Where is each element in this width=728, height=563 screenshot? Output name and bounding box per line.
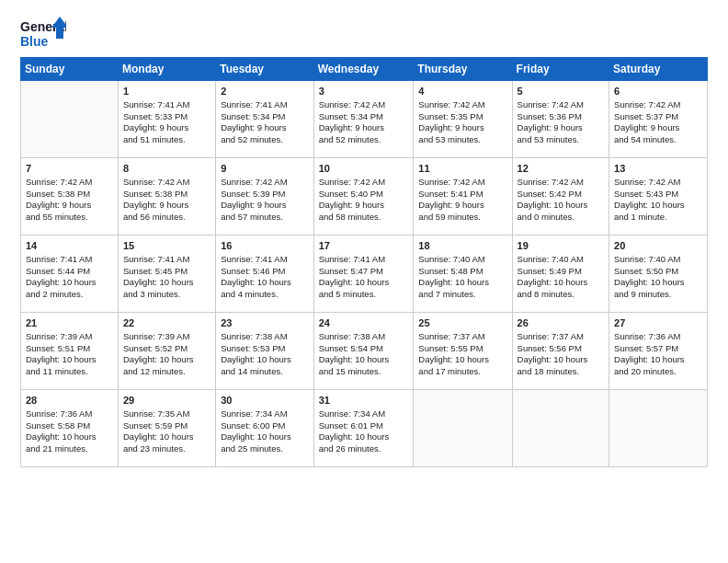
day-number: 28 bbox=[26, 394, 113, 408]
day-info-line: Daylight: 9 hours bbox=[319, 122, 409, 134]
day-number: 13 bbox=[614, 162, 702, 176]
day-info-line: and 21 minutes. bbox=[26, 443, 113, 455]
day-number: 12 bbox=[518, 162, 604, 176]
day-info-line: Daylight: 9 hours bbox=[123, 200, 210, 212]
day-info-line: Daylight: 9 hours bbox=[418, 122, 506, 134]
day-info-line: Daylight: 9 hours bbox=[123, 122, 210, 134]
day-info-line: and 56 minutes. bbox=[123, 212, 210, 224]
day-info-line: Sunset: 5:33 PM bbox=[123, 111, 210, 123]
calendar-week-row: 28Sunrise: 7:36 AMSunset: 5:58 PMDayligh… bbox=[21, 390, 708, 467]
day-number: 5 bbox=[518, 85, 604, 98]
calendar-cell: 10Sunrise: 7:42 AMSunset: 5:40 PMDayligh… bbox=[313, 158, 414, 236]
calendar-cell: 9Sunrise: 7:42 AMSunset: 5:39 PMDaylight… bbox=[216, 158, 314, 236]
day-info-line: Sunrise: 7:42 AM bbox=[221, 177, 309, 189]
day-info-line: Daylight: 10 hours bbox=[614, 354, 702, 366]
calendar-week-row: 14Sunrise: 7:41 AMSunset: 5:44 PMDayligh… bbox=[21, 236, 708, 313]
day-info-line: and 9 minutes. bbox=[614, 289, 702, 301]
day-info-line: Sunset: 5:37 PM bbox=[614, 111, 702, 123]
day-number: 14 bbox=[26, 239, 113, 253]
day-info-line: Sunset: 5:49 PM bbox=[518, 266, 604, 278]
day-info-line: Daylight: 9 hours bbox=[221, 200, 309, 212]
day-info-line: Sunrise: 7:39 AM bbox=[123, 331, 210, 343]
day-info-line: Sunrise: 7:38 AM bbox=[319, 331, 409, 343]
calendar-cell: 8Sunrise: 7:42 AMSunset: 5:38 PMDaylight… bbox=[118, 158, 215, 236]
day-info-line: Daylight: 10 hours bbox=[26, 431, 113, 443]
day-number: 3 bbox=[319, 85, 409, 98]
day-number: 1 bbox=[123, 85, 210, 98]
day-info-line: Sunset: 5:41 PM bbox=[418, 189, 506, 201]
day-info-line: Sunset: 5:44 PM bbox=[26, 266, 113, 278]
calendar-cell: 19Sunrise: 7:40 AMSunset: 5:49 PMDayligh… bbox=[512, 236, 609, 313]
day-info-line: Daylight: 10 hours bbox=[614, 277, 702, 289]
day-info-line: Sunrise: 7:34 AM bbox=[319, 408, 409, 420]
day-info-line: Daylight: 10 hours bbox=[319, 354, 409, 366]
day-info-line: Sunrise: 7:42 AM bbox=[518, 99, 604, 111]
day-info-line: Daylight: 10 hours bbox=[319, 431, 409, 443]
day-info-line: Daylight: 10 hours bbox=[319, 277, 409, 289]
calendar-cell: 16Sunrise: 7:41 AMSunset: 5:46 PMDayligh… bbox=[216, 236, 314, 313]
svg-text:Blue: Blue bbox=[20, 34, 49, 49]
day-number: 30 bbox=[221, 394, 309, 408]
calendar-cell: 5Sunrise: 7:42 AMSunset: 5:36 PMDaylight… bbox=[512, 81, 609, 158]
day-info-line: Sunset: 5:46 PM bbox=[221, 266, 309, 278]
day-info-line: and 8 minutes. bbox=[518, 289, 604, 301]
day-info-line: Sunset: 5:59 PM bbox=[123, 420, 210, 432]
day-info-line: and 11 minutes. bbox=[26, 366, 113, 378]
day-info-line: Sunset: 5:48 PM bbox=[418, 266, 506, 278]
day-number: 16 bbox=[221, 239, 309, 253]
logo: General Blue bbox=[20, 17, 66, 50]
day-number: 24 bbox=[319, 316, 409, 330]
day-info-line: and 3 minutes. bbox=[123, 289, 210, 301]
day-info-line: and 0 minutes. bbox=[518, 212, 604, 224]
day-number: 18 bbox=[418, 239, 506, 253]
day-info-line: Sunrise: 7:41 AM bbox=[221, 99, 309, 111]
day-info-line: Sunrise: 7:42 AM bbox=[26, 177, 113, 189]
day-info-line: Sunrise: 7:42 AM bbox=[614, 99, 702, 111]
calendar-cell: 20Sunrise: 7:40 AMSunset: 5:50 PMDayligh… bbox=[609, 236, 708, 313]
day-info-line: Sunset: 5:52 PM bbox=[123, 343, 210, 355]
calendar-cell: 17Sunrise: 7:41 AMSunset: 5:47 PMDayligh… bbox=[313, 236, 414, 313]
weekday-header: Monday bbox=[118, 58, 215, 81]
day-number: 7 bbox=[26, 162, 113, 176]
calendar-cell bbox=[512, 390, 609, 467]
day-info-line: Sunset: 5:36 PM bbox=[518, 111, 604, 123]
day-info-line: and 53 minutes. bbox=[418, 134, 506, 146]
day-info-line: Sunset: 5:34 PM bbox=[221, 111, 309, 123]
header-row: SundayMondayTuesdayWednesdayThursdayFrid… bbox=[21, 58, 708, 81]
day-info-line: Sunset: 5:57 PM bbox=[614, 343, 702, 355]
day-info-line: and 20 minutes. bbox=[614, 366, 702, 378]
logo-svg: General Blue bbox=[20, 17, 66, 50]
calendar-body: 1Sunrise: 7:41 AMSunset: 5:33 PMDaylight… bbox=[21, 81, 708, 467]
day-info-line: Daylight: 9 hours bbox=[418, 200, 506, 212]
day-info-line: Daylight: 10 hours bbox=[123, 354, 210, 366]
day-info-line: Sunrise: 7:42 AM bbox=[123, 177, 210, 189]
day-info-line: Sunset: 5:40 PM bbox=[319, 189, 409, 201]
calendar-cell: 3Sunrise: 7:42 AMSunset: 5:34 PMDaylight… bbox=[313, 81, 414, 158]
calendar-cell bbox=[21, 81, 119, 158]
day-info-line: Sunrise: 7:37 AM bbox=[418, 331, 506, 343]
day-info-line: Daylight: 9 hours bbox=[518, 122, 604, 134]
calendar-cell: 21Sunrise: 7:39 AMSunset: 5:51 PMDayligh… bbox=[21, 313, 119, 390]
day-info-line: and 23 minutes. bbox=[123, 443, 210, 455]
day-info-line: Daylight: 10 hours bbox=[221, 277, 309, 289]
day-info-line: and 2 minutes. bbox=[26, 289, 113, 301]
calendar-cell: 22Sunrise: 7:39 AMSunset: 5:52 PMDayligh… bbox=[118, 313, 215, 390]
day-info-line: Sunrise: 7:41 AM bbox=[123, 254, 210, 266]
calendar-cell: 25Sunrise: 7:37 AMSunset: 5:55 PMDayligh… bbox=[414, 313, 512, 390]
day-info-line: Daylight: 10 hours bbox=[123, 431, 210, 443]
day-info-line: and 55 minutes. bbox=[26, 212, 113, 224]
day-number: 15 bbox=[123, 239, 210, 253]
calendar-cell bbox=[414, 390, 512, 467]
day-info-line: and 5 minutes. bbox=[319, 289, 409, 301]
weekday-header: Saturday bbox=[609, 58, 708, 81]
day-info-line: and 17 minutes. bbox=[418, 366, 506, 378]
calendar-week-row: 7Sunrise: 7:42 AMSunset: 5:38 PMDaylight… bbox=[21, 158, 708, 236]
calendar-cell: 28Sunrise: 7:36 AMSunset: 5:58 PMDayligh… bbox=[21, 390, 119, 467]
day-info-line: Sunrise: 7:41 AM bbox=[123, 99, 210, 111]
day-info-line: Daylight: 10 hours bbox=[26, 354, 113, 366]
day-number: 29 bbox=[123, 394, 210, 408]
calendar-cell: 31Sunrise: 7:34 AMSunset: 6:01 PMDayligh… bbox=[313, 390, 414, 467]
day-info-line: and 57 minutes. bbox=[221, 212, 309, 224]
day-info-line: and 54 minutes. bbox=[614, 134, 702, 146]
day-info-line: and 18 minutes. bbox=[518, 366, 604, 378]
